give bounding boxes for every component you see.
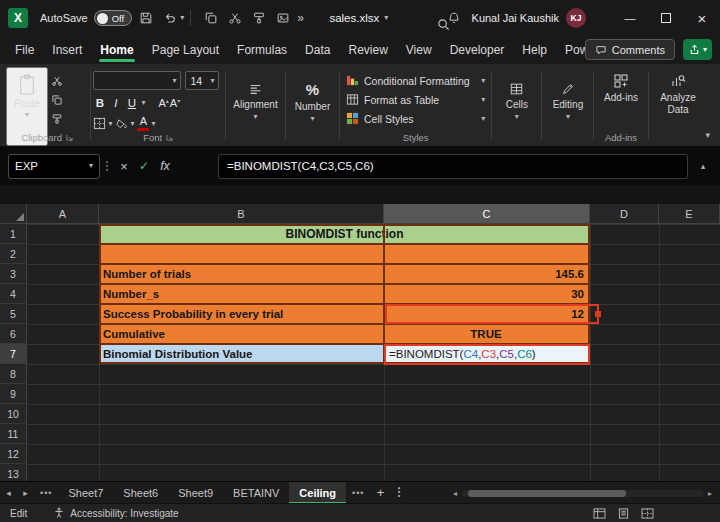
tab-review[interactable]: Review <box>339 36 396 64</box>
cell-styles-button[interactable]: Cell Styles ▾ <box>342 109 489 128</box>
column-header-c[interactable]: C <box>384 204 590 224</box>
scroll-left-icon[interactable]: ◂ <box>450 489 460 498</box>
formula-bar-gripper[interactable]: ••• <box>103 159 112 173</box>
row-header-6[interactable]: 6 <box>0 324 27 344</box>
format-painter-small-button[interactable] <box>48 112 66 126</box>
scrollbar-thumb[interactable] <box>468 490 626 497</box>
tab-formulas[interactable]: Formulas <box>228 36 296 64</box>
formula-input[interactable]: =BINOMDIST(C4,C3,C5,C6) <box>218 154 688 179</box>
undo-dropdown-icon[interactable]: ▾ <box>180 14 184 22</box>
copy-small-button[interactable] <box>48 93 66 107</box>
tab-page-layout[interactable]: Page Layout <box>143 36 228 64</box>
column-header-b[interactable]: B <box>99 204 384 224</box>
font-size-combo[interactable]: 14▾ <box>185 71 219 90</box>
row-header-10[interactable]: 10 <box>0 404 27 424</box>
tab-file[interactable]: File <box>6 36 43 64</box>
copy-button[interactable] <box>200 4 221 32</box>
cell-b3-label[interactable]: Number of trials <box>99 264 384 284</box>
close-button[interactable]: × <box>684 0 720 36</box>
column-header-e[interactable]: E <box>659 204 720 224</box>
font-color-button[interactable]: A ▾ <box>137 116 155 131</box>
row-header-4[interactable]: 4 <box>0 284 27 304</box>
row-header-7[interactable]: 7 <box>0 344 27 364</box>
row-header-8[interactable]: 8 <box>0 364 27 384</box>
cell-b6-label[interactable]: Cumulative <box>99 324 384 344</box>
editing-group-button[interactable]: Editing ▾ <box>544 67 591 146</box>
maximize-button[interactable] <box>648 0 684 36</box>
grow-font-button[interactable]: A▴ <box>158 97 168 109</box>
sheet-nav-right-icon[interactable]: ▸ <box>17 488 34 498</box>
cell-b5-label[interactable]: Success Probability in every trial <box>99 304 384 324</box>
cell-c2[interactable] <box>384 244 590 264</box>
row-header-9[interactable]: 9 <box>0 384 27 404</box>
underline-dropdown-icon[interactable]: ▾ <box>141 99 145 107</box>
sheet-options-button[interactable]: ••• <box>395 484 404 502</box>
excel-logo-icon[interactable]: X <box>8 8 28 28</box>
picture-button[interactable] <box>272 4 293 32</box>
fill-color-button[interactable]: ▾ <box>115 119 134 129</box>
format-as-table-button[interactable]: Format as Table ▾ <box>342 90 489 109</box>
bold-button[interactable]: B <box>93 95 106 111</box>
row-header-12[interactable]: 12 <box>0 444 27 464</box>
format-painter-button[interactable] <box>248 4 269 32</box>
sheet-tab-sheet9[interactable]: Sheet9 <box>168 482 223 504</box>
sheet-tab-sheet7[interactable]: Sheet7 <box>58 482 113 504</box>
save-button[interactable] <box>135 4 156 32</box>
comments-button[interactable]: Comments <box>585 39 675 60</box>
sheet-tab-betainv[interactable]: BETAINV <box>223 482 289 504</box>
cells-group-button[interactable]: Cells ▾ <box>494 67 539 146</box>
horizontal-scrollbar[interactable]: ◂ ▸ <box>450 489 715 498</box>
row-header-11[interactable]: 11 <box>0 424 27 444</box>
cell-c4-value[interactable]: 30 <box>384 284 590 304</box>
addins-button[interactable] <box>613 73 629 89</box>
clipboard-dialog-launcher[interactable] <box>66 134 73 141</box>
cell-c3-value[interactable]: 145.6 <box>384 264 590 284</box>
font-name-combo[interactable]: ▾ <box>93 71 181 90</box>
select-all-corner[interactable] <box>0 204 27 224</box>
ribbon-collapse-button[interactable]: ▾ <box>705 130 710 140</box>
tab-data[interactable]: Data <box>296 36 339 64</box>
undo-button[interactable] <box>159 4 180 32</box>
underline-button[interactable]: U <box>125 95 138 111</box>
sheet-tab-ceiling[interactable]: Ceiling <box>289 482 346 504</box>
tab-home[interactable]: Home <box>91 36 142 64</box>
name-box[interactable]: EXP ▾ <box>8 154 100 179</box>
scrollbar-track[interactable] <box>462 490 703 497</box>
minimize-button[interactable]: — <box>612 0 648 36</box>
cell-b2[interactable] <box>99 244 384 264</box>
more-sheets-left-icon[interactable]: ••• <box>40 488 52 498</box>
column-header-a[interactable]: A <box>27 204 99 224</box>
notifications-button[interactable] <box>444 4 465 32</box>
tab-insert[interactable]: Insert <box>43 36 91 64</box>
autosave-toggle[interactable]: Off <box>94 10 133 26</box>
borders-button[interactable]: ▾ <box>93 117 112 130</box>
accessibility-status[interactable]: Accessibility: Investigate <box>53 507 178 519</box>
conditional-formatting-button[interactable]: Conditional Formatting ▾ <box>342 71 489 90</box>
cancel-button[interactable]: × <box>114 156 134 176</box>
row-header-3[interactable]: 3 <box>0 264 27 284</box>
font-dialog-launcher[interactable] <box>166 134 173 141</box>
cell-b7-label[interactable]: Binomial Distribution Value <box>99 344 384 364</box>
tab-view[interactable]: View <box>397 36 441 64</box>
new-sheet-button[interactable]: + <box>370 485 390 500</box>
tab-help[interactable]: Help <box>513 36 556 64</box>
row-header-2[interactable]: 2 <box>0 244 27 264</box>
scroll-right-icon[interactable]: ▸ <box>705 489 715 498</box>
cell-c6-value[interactable]: TRUE <box>384 324 590 344</box>
cut-button[interactable] <box>224 4 245 32</box>
italic-button[interactable]: I <box>109 95 122 111</box>
cell-c5-value[interactable]: 12 <box>384 304 590 324</box>
row-header-5[interactable]: 5 <box>0 304 27 324</box>
document-title[interactable]: sales.xlsx ▾ <box>329 12 388 24</box>
page-layout-view-button[interactable] <box>617 508 630 519</box>
alignment-group-button[interactable]: Alignment ▾ <box>228 67 283 146</box>
cell-c7-formula[interactable]: =BINOMDIST(C4,C3,C5,C6) <box>384 344 590 364</box>
shrink-font-button[interactable]: A▾ <box>170 97 180 109</box>
number-group-button[interactable]: % Number ▾ <box>288 67 337 146</box>
enter-button[interactable]: ✓ <box>134 156 154 176</box>
cell-b4-label[interactable]: Number_s <box>99 284 384 304</box>
formula-bar-expand-button[interactable]: ▴ <box>694 161 712 171</box>
tab-developer[interactable]: Developer <box>441 36 514 64</box>
analyze-data-button[interactable] <box>670 73 686 89</box>
fill-handle[interactable] <box>595 311 601 317</box>
